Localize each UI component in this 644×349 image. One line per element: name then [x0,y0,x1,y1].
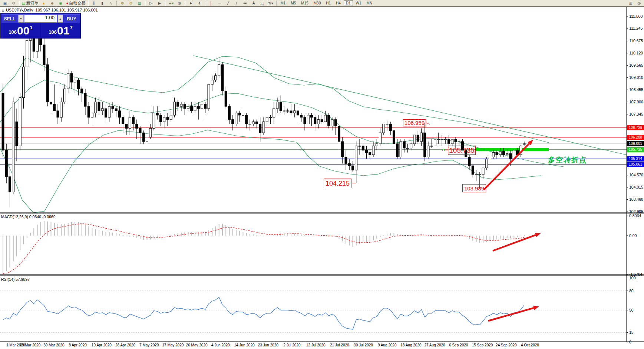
buy-button[interactable]: BUY [63,14,80,23]
date-label[interactable]: 4 Jun 2020 [211,343,230,347]
auto-trading-button[interactable]: ●自动交易 [65,0,86,6]
text-tool[interactable]: A [250,0,258,6]
text-label-tool-glyph: ⬚ [260,0,264,6]
date-label[interactable]: 7 May 2020 [139,343,159,347]
date-label[interactable]: 15 Sep 2020 [472,343,493,347]
date-label[interactable]: 30 Mar 2020 [43,343,65,347]
date-label[interactable]: 24 Sep 2020 [496,343,517,347]
timeframe-h1[interactable]: H1 [324,0,333,6]
timeframe-w1[interactable]: W1 [354,0,364,6]
zoom-out-button[interactable]: ⊖ [127,0,135,6]
signal-icon[interactable]: ◉ [57,0,65,6]
svg-text:50: 50 [629,308,634,312]
chart-profile-icon[interactable]: ⊙ [10,0,17,6]
chart-window-icon-glyph: ▣ [3,0,7,6]
collapse-triangle-icon[interactable]: ▲ [1,9,4,12]
timeframe-m30[interactable]: M30 [311,0,323,6]
date-label[interactable]: 23 Jun 2020 [258,343,278,347]
expert-advisor-icon[interactable]: ☻ [48,0,56,6]
auto-scroll-button[interactable]: ▶ [156,0,164,6]
price-label-annotation-103.989[interactable]: 103.989 [462,184,486,192]
date-label[interactable]: 21 Jul 2020 [330,343,349,347]
toolbar-group-5: ＋▾◷ [167,0,184,6]
toolbar-group-4: ▷▶ [147,0,164,6]
chart-canvas[interactable]: 111.800111.245110.675110.120109.565109.0… [0,0,644,349]
date-label[interactable]: 9 Aug 2020 [378,343,397,347]
date-label[interactable]: 18 Aug 2020 [400,343,422,347]
date-label[interactable]: 8 Apr 2020 [69,343,87,347]
cursor-tool[interactable]: ➤ [187,0,195,6]
bar-chart-glyph: ⫼ [93,0,95,6]
indicator-window-icon-glyph: ◫ [629,0,632,6]
volume-up-button[interactable]: ▲ [57,14,63,23]
candlestick-chart-button[interactable]: ▮ [99,0,106,6]
sell-button[interactable]: SELL [1,14,18,23]
date-label[interactable]: 6 Sep 2020 [449,343,468,347]
date-label[interactable]: 30 Jul 2020 [354,343,373,347]
tile-windows-button[interactable]: ▦ [136,0,143,6]
date-label[interactable]: 20 Mar 2020 [20,343,41,347]
timeframe-m5[interactable]: M5 [288,0,298,6]
volume-down-button[interactable]: ▼ [18,14,24,23]
svg-text:0: 0 [629,340,631,344]
toolbar-group-3: ⊕⊖▦ [119,0,143,6]
timeframe-d1[interactable]: D1 [344,0,353,6]
price-label-annotation-104.215[interactable]: 104.215 [324,179,351,188]
date-label[interactable]: 2 Jul 2020 [283,343,301,347]
date-label[interactable]: 28 Apr 2020 [115,343,135,347]
toolbar-group-1: ▤新订单▲☻◉●自动交易 [21,0,86,6]
step-forward-button[interactable]: ▷ [147,0,155,6]
chart-profile-icon-glyph: ⊙ [12,0,15,6]
arrows-tool[interactable]: ⇅▾ [267,0,275,6]
timeframe-mn[interactable]: MN [364,0,375,6]
clock-icon[interactable]: ◷ [635,0,643,6]
timeframe-h4[interactable]: H4 [334,0,343,6]
buy-price[interactable]: 106 01 7 [41,23,80,37]
crosshair-tool[interactable]: ✛ [196,0,204,6]
timeframe-m15[interactable]: M15 [299,0,310,6]
date-label[interactable]: 12 Jul 2020 [306,343,326,347]
svg-text:109.010: 109.010 [629,75,643,80]
date-label[interactable]: 26 May 2020 [186,343,208,347]
horizontal-line-tool[interactable]: ─ [216,0,224,6]
zoom-in-button[interactable]: ⊕ [119,0,126,6]
date-label[interactable]: 14 Jun 2020 [234,343,254,347]
line-selection-handle[interactable] [564,158,566,160]
price-label-annotation-106.959[interactable]: 106.959 [403,119,426,126]
date-label[interactable]: 17 May 2020 [162,343,184,347]
toolbar-separator [145,1,146,6]
text-label-tool[interactable]: ⬚ [258,0,266,6]
bar-chart-button[interactable]: ⫼ [90,0,98,6]
volume-input[interactable]: 1.00 [24,14,57,23]
crosshair-tool-glyph: ✛ [198,0,201,6]
equidistant-channel-tool-glyph: ⫽ [236,0,237,6]
rsi-indicator-label: RSI(14) 57.9897 [1,277,30,282]
signal-icon-glyph: ◉ [59,0,63,6]
trendline-tool[interactable]: ╱ [224,0,232,6]
equidistant-channel-tool[interactable]: ⫽ [233,0,241,6]
date-label[interactable]: 4 Oct 2020 [521,343,539,347]
buy-price-prefix: 106 [49,29,57,35]
chart-window-icon[interactable]: ▣ [1,0,9,6]
add-indicator-glyph: ＋▾ [168,0,174,6]
add-indicator-button[interactable]: ＋▾ [167,0,175,6]
date-label[interactable]: 27 Aug 2020 [425,343,446,347]
toolbar-separator [276,1,277,6]
vertical-line-tool[interactable]: │ [207,0,215,6]
date-label[interactable]: 19 Apr 2020 [92,343,112,347]
new-order-button[interactable]: ▤新订单 [21,0,39,6]
bull-bear-turning-point-note[interactable]: 多空转折点 [548,155,587,165]
indicator-window-icon[interactable]: ◫ [627,0,634,6]
cone-icon[interactable]: ▲ [40,0,47,6]
periods-dropdown-button[interactable]: ◷ [176,0,184,6]
fibonacci-tool[interactable]: ≔ [241,0,249,6]
price-badge-106.288: 106.288 [627,135,644,140]
line-selection-handle[interactable] [442,149,445,151]
sell-price[interactable]: 106 00 1 [1,23,40,37]
price-label-annotation-105.735[interactable]: 105.735 [448,146,476,155]
cursor-tool-glyph: ➤ [189,0,192,6]
buy-price-big: 01 [57,25,69,36]
toolbar-separator [116,1,117,6]
timeframe-m1[interactable]: M1 [278,0,288,6]
line-chart-button[interactable]: ∿ [107,0,115,6]
